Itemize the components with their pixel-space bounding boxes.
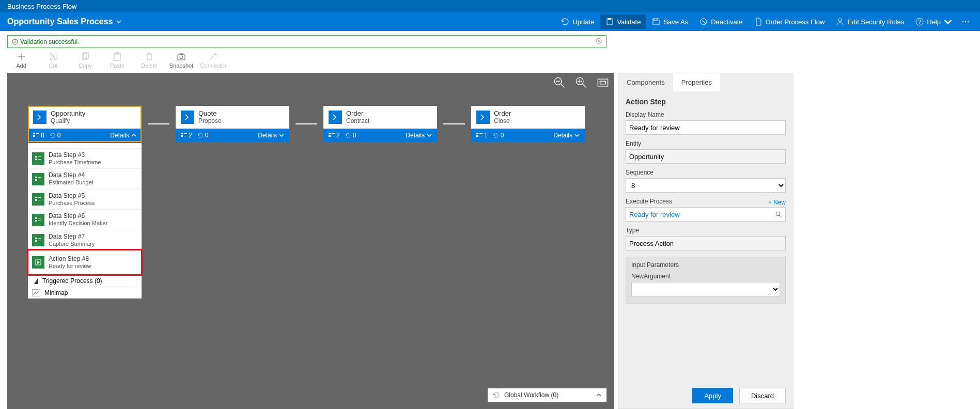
steps-count: 8 <box>33 132 44 139</box>
properties-body: Action Step Display Name Entity Sequence… <box>618 91 793 383</box>
chevron-down-icon <box>944 18 952 26</box>
svg-line-69 <box>780 215 782 217</box>
details-toggle[interactable]: Details <box>110 132 136 139</box>
data-step-3[interactable]: Data Step #3Purchase Timeframe <box>28 148 142 168</box>
step-subtitle: Estimated Budget <box>49 179 94 186</box>
chevron-down-icon <box>574 133 580 138</box>
edit-security-roles-button[interactable]: Edit Security Roles <box>831 14 909 29</box>
apply-button[interactable]: Apply <box>692 388 733 403</box>
more-button[interactable] <box>958 14 973 29</box>
process-title[interactable]: Opportunity Sales Process <box>7 17 121 26</box>
update-label: Update <box>572 18 594 26</box>
step-title: Data Step #5 <box>49 193 95 200</box>
cycle-icon <box>493 391 500 399</box>
copy-tool[interactable]: Copy <box>71 52 99 69</box>
svg-rect-31 <box>33 135 35 137</box>
tab-properties[interactable]: Properties <box>673 73 720 91</box>
svg-rect-33 <box>36 136 39 136</box>
execute-process-input[interactable] <box>626 208 772 221</box>
global-workflow-bar[interactable]: Global Workflow (0) <box>488 388 606 402</box>
minimap-toggle[interactable]: Minimap <box>28 287 142 298</box>
tab-components[interactable]: Components <box>618 73 673 91</box>
paste-tool[interactable]: Paste <box>103 52 131 69</box>
details-toggle[interactable]: Details <box>553 132 580 139</box>
canvas-controls <box>554 77 609 88</box>
display-name-input[interactable] <box>626 120 786 135</box>
svg-point-19 <box>180 56 183 59</box>
update-button[interactable]: Update <box>556 14 599 29</box>
stage-order-close[interactable]: Order Close 1 0 Details <box>471 106 585 142</box>
svg-rect-36 <box>184 133 187 134</box>
stage-icon <box>329 111 342 124</box>
stage-title: Opportunity <box>51 110 85 117</box>
discard-button[interactable]: Discard <box>739 388 786 403</box>
deactivate-button[interactable]: Deactivate <box>694 14 748 29</box>
zoom-in-button[interactable] <box>575 77 587 88</box>
new-process-link[interactable]: + New <box>768 199 786 206</box>
entity-field: Entity <box>626 140 786 164</box>
cycle-icon <box>197 132 204 138</box>
validate-button[interactable]: Validate <box>600 14 646 29</box>
sequence-select[interactable]: 8 <box>626 178 786 193</box>
triangle-icon <box>34 278 38 284</box>
stages-row: Opportunity Qualify 8 0 Details <box>28 106 585 142</box>
add-tool[interactable]: Add <box>7 52 35 69</box>
zoom-out-button[interactable] <box>554 77 565 88</box>
stage-subtitle: Qualify <box>51 117 85 124</box>
step-subtitle: Purchase Timeframe <box>49 159 101 166</box>
order-label: Order Process Flow <box>766 18 825 26</box>
svg-point-9 <box>968 21 969 22</box>
svg-rect-67 <box>32 289 40 296</box>
data-step-5[interactable]: Data Step #5Purchase Process <box>28 189 142 209</box>
fit-to-screen-button[interactable] <box>597 77 609 88</box>
cycle-icon <box>345 132 351 138</box>
help-button[interactable]: ? Help <box>910 14 957 29</box>
stage-connector <box>295 123 317 124</box>
workflow-count: 0 <box>345 132 356 139</box>
list-icon <box>33 133 39 138</box>
step-title: Data Step #7 <box>49 233 95 241</box>
delete-tool[interactable]: Delete <box>135 52 163 69</box>
triggered-process[interactable]: Triggered Process (0) <box>28 275 142 287</box>
svg-line-25 <box>583 84 586 88</box>
validation-notification: Validation successful. <box>7 35 606 48</box>
question-icon: ? <box>915 18 924 26</box>
scissors-icon <box>49 52 58 61</box>
input-parameters-title: Input Parameters <box>631 261 780 269</box>
svg-rect-52 <box>38 177 41 178</box>
notification-close-button[interactable] <box>596 38 602 45</box>
data-step-7[interactable]: Data Step #7Capture Summary <box>28 230 142 250</box>
stage-opportunity[interactable]: Opportunity Qualify 8 0 Details <box>28 106 142 142</box>
svg-rect-20 <box>180 54 183 55</box>
action-step-8[interactable]: Action Step #8Ready for review <box>28 250 142 274</box>
svg-point-4 <box>838 19 842 22</box>
cut-label: Cut <box>49 62 57 69</box>
svg-rect-54 <box>35 197 37 198</box>
save-as-button[interactable]: Save As <box>647 14 693 29</box>
type-input <box>626 236 786 250</box>
new-argument-select[interactable] <box>631 282 780 296</box>
chevron-down-icon <box>116 19 121 24</box>
document-icon <box>754 18 763 26</box>
order-process-flow-button[interactable]: Order Process Flow <box>749 14 830 29</box>
svg-point-68 <box>776 212 780 216</box>
svg-rect-38 <box>329 133 331 134</box>
step-title: Data Step #6 <box>49 213 107 220</box>
data-step-6[interactable]: Data Step #6Identify Decision Maker <box>28 209 142 229</box>
canvas[interactable]: Opportunity Qualify 8 0 Details <box>7 73 614 409</box>
search-button[interactable] <box>772 211 785 218</box>
stage-quote[interactable]: Quote Propose 2 0 Details <box>176 106 289 142</box>
stage-order-contract[interactable]: Order Contract 2 0 Details <box>323 106 437 142</box>
svg-rect-1 <box>608 18 611 20</box>
details-toggle[interactable]: Details <box>258 132 284 139</box>
cut-tool[interactable]: Cut <box>39 52 67 69</box>
details-toggle[interactable]: Details <box>406 132 432 139</box>
connector-tool[interactable]: Connector <box>199 52 227 69</box>
svg-rect-34 <box>181 133 183 134</box>
type-field: Type <box>626 227 786 250</box>
paste-icon <box>113 52 122 61</box>
snapshot-tool[interactable]: Snapshot <box>167 52 195 69</box>
add-label: Add <box>16 62 26 69</box>
data-step-4[interactable]: Data Step #4Estimated Budget <box>28 168 142 188</box>
svg-rect-53 <box>38 180 41 180</box>
